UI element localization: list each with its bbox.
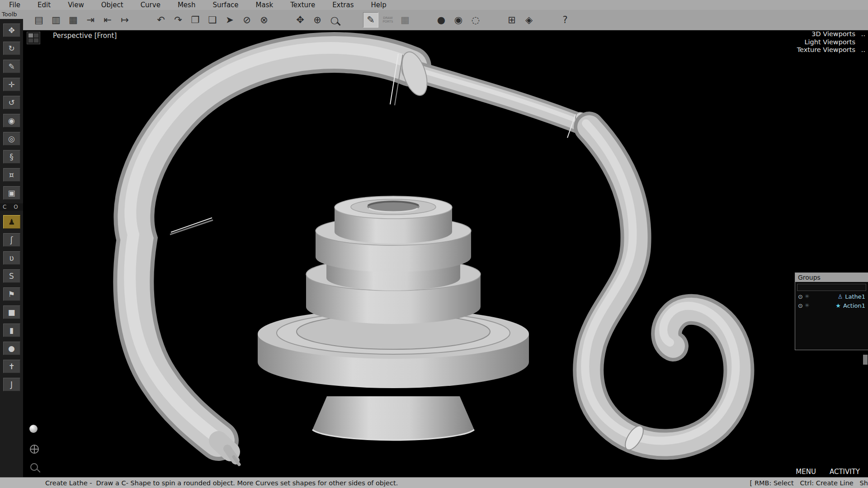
flatten-tool[interactable]: ◎ <box>3 132 20 145</box>
visibility-icon[interactable]: ⊙ <box>798 293 803 300</box>
menu-mask[interactable]: Mask <box>256 0 274 10</box>
zoom-icon[interactable]: ○ <box>327 12 342 28</box>
toolbar-group-shading: ●◉◌ <box>434 12 483 28</box>
status-shortcuts-text: [ RMB: Select Ctrl: Create Line Sh <box>750 479 868 487</box>
help-icon[interactable]: ? <box>557 12 573 28</box>
cancel-icon[interactable]: ⊗ <box>256 12 272 28</box>
smooth-tool[interactable]: ◉ <box>3 114 20 127</box>
viewport-layout-icon[interactable] <box>27 32 40 44</box>
shading-preview-sphere-icon[interactable] <box>29 425 38 433</box>
toolbar-group-draw: ✎DRAW PORTS▦ <box>363 12 413 28</box>
viewport-footer-menu: MENU ACTIVITY <box>796 468 860 476</box>
menu-object[interactable]: Object <box>101 0 123 10</box>
toolbar-group-viewport-layout: ⊞◈ <box>504 12 537 28</box>
cylinder-tool[interactable]: ▮ <box>3 324 20 337</box>
freeze-icon[interactable]: ✳ <box>805 293 809 300</box>
menu-texture[interactable]: Texture <box>290 0 315 10</box>
lathe-tool[interactable]: ♟ <box>3 215 20 229</box>
link-3d-viewports[interactable]: 3D Viewports.. <box>784 30 865 38</box>
draw-ports-icon[interactable]: DRAW PORTS <box>380 12 396 28</box>
save-increment-icon[interactable]: ▦ <box>66 12 81 28</box>
pan-icon[interactable]: ✥ <box>292 12 308 28</box>
undo-icon[interactable]: ↶ <box>153 12 169 28</box>
pen-pressure-icon[interactable]: ✎ <box>363 12 378 28</box>
import-icon[interactable]: ⇤ <box>100 12 115 28</box>
curve-tool[interactable]: ʃ <box>3 233 20 247</box>
visibility-icon[interactable]: ⊙ <box>798 302 803 309</box>
ellipsis: .. <box>858 46 865 54</box>
quad-view-icon[interactable]: ⊞ <box>504 12 519 28</box>
cube-tool[interactable]: ■ <box>3 305 20 319</box>
link-texture-viewports[interactable]: Texture Viewports.. <box>784 46 865 54</box>
rotate-object-tool[interactable]: ↺ <box>3 96 20 109</box>
ellipsis <box>858 38 865 47</box>
rotate-tool[interactable]: ↻ <box>3 42 20 55</box>
menu-button[interactable]: MENU <box>796 468 816 476</box>
grid-snap-icon[interactable]: ▦ <box>397 12 413 28</box>
group-row-lathe1[interactable]: ⊙ ✳ ♙ Lathe1 <box>795 292 868 301</box>
menu-edit[interactable]: Edit <box>38 0 51 10</box>
groups-panel-title[interactable]: Groups <box>795 273 868 282</box>
menu-mesh[interactable]: Mesh <box>178 0 196 10</box>
deselect-icon[interactable]: ⊘ <box>239 12 255 28</box>
shaded-wire-sphere-icon[interactable]: ◉ <box>451 12 466 28</box>
select-area-tool[interactable]: ▣ <box>3 186 20 200</box>
status-bar: Create Lathe - Draw a C- Shape to spin a… <box>0 477 868 488</box>
create-objects-section-label: C O <box>0 203 23 211</box>
lathe-object <box>258 196 529 440</box>
shaded-sphere-icon[interactable]: ● <box>434 12 449 28</box>
s-curve-tool[interactable]: S <box>3 269 20 283</box>
menu-file[interactable]: File <box>9 0 20 10</box>
group-item-label[interactable]: Lathe1 <box>845 293 865 300</box>
zoom-widget-icon[interactable] <box>30 463 38 471</box>
tube-right-curl <box>585 123 739 453</box>
toolbar-group-file: ▤▥▦⇥⇤↦ <box>31 12 132 28</box>
scrollbar-handle[interactable] <box>863 355 868 365</box>
menu-bar: File Edit View Object Curve Mesh Surface… <box>0 0 868 10</box>
move-object-tool[interactable]: ✛ <box>3 78 20 91</box>
menu-help[interactable]: Help <box>371 0 387 10</box>
open-icon[interactable]: ▤ <box>31 12 47 28</box>
spring-tool[interactable]: § <box>3 150 20 164</box>
menu-surface[interactable]: Surface <box>212 0 238 10</box>
orbit-globe-icon[interactable] <box>30 445 39 454</box>
single-view-icon[interactable]: ◈ <box>521 12 537 28</box>
save-icon[interactable]: ▥ <box>48 12 64 28</box>
group-row-action1[interactable]: ⊙ ✳ ★ Action1 <box>795 301 868 310</box>
groups-list: ⊙ ✳ ♙ Lathe1 ⊙ ✳ ★ Action1 <box>795 292 868 350</box>
3d-viewport[interactable]: Perspective [Front] 3D Viewports.. Light… <box>23 30 868 477</box>
menu-extras[interactable]: Extras <box>332 0 354 10</box>
select-icon[interactable]: ➤ <box>222 12 237 28</box>
status-hint-text: Create Lathe - Draw a C- Shape to spin a… <box>0 479 750 487</box>
copy-icon[interactable]: ❐ <box>188 12 203 28</box>
move-view-icon[interactable]: ⊕ <box>310 12 325 28</box>
redo-icon[interactable]: ↷ <box>170 12 186 28</box>
freeze-icon[interactable]: ✳ <box>805 302 809 309</box>
group-item-label[interactable]: Action1 <box>843 302 865 309</box>
flag-tool[interactable]: ⚑ <box>3 287 20 301</box>
lathe-model-canvas <box>23 30 868 477</box>
link-light-viewports[interactable]: Light Viewports <box>784 38 865 47</box>
viewport-mode-links: 3D Viewports.. Light Viewports Texture V… <box>784 30 865 54</box>
cross-tool[interactable]: ✝ <box>3 360 20 373</box>
tool-sidebar: Toolb ✥↻✎✛↺◉◎§¤▣ C O ♟ʃʋS⚑■▮●✝J <box>0 10 23 477</box>
ellipsis: .. <box>858 30 865 38</box>
export-icon[interactable]: ⇥ <box>83 12 98 28</box>
pivot-tool[interactable]: ¤ <box>3 168 20 182</box>
action-object-icon: ★ <box>835 302 841 309</box>
toolbar-group-navigate: ✥⊕○ <box>292 12 342 28</box>
groups-panel: Groups ⊙ ✳ ♙ Lathe1 ⊙ ✳ ★ Action1 <box>795 272 868 350</box>
sphere-tool[interactable]: ● <box>3 342 20 355</box>
toolbox-header: Toolb <box>0 10 23 19</box>
draw-tool[interactable]: ✎ <box>3 60 20 73</box>
wire-sphere-icon[interactable]: ◌ <box>468 12 483 28</box>
paste-icon[interactable]: ❏ <box>205 12 220 28</box>
menu-curve[interactable]: Curve <box>141 0 160 10</box>
ladle-tool[interactable]: ʋ <box>3 251 20 265</box>
export-doc-icon[interactable]: ↦ <box>117 12 132 28</box>
menu-view[interactable]: View <box>68 0 84 10</box>
move-tool[interactable]: ✥ <box>3 23 20 37</box>
activity-button[interactable]: ACTIVITY <box>830 468 860 476</box>
main-toolbar: ▤▥▦⇥⇤↦↶↷❐❏➤⊘⊗✥⊕○✎DRAW PORTS▦●◉◌⊞◈? <box>23 10 868 30</box>
hook-tool[interactable]: J <box>3 378 20 391</box>
